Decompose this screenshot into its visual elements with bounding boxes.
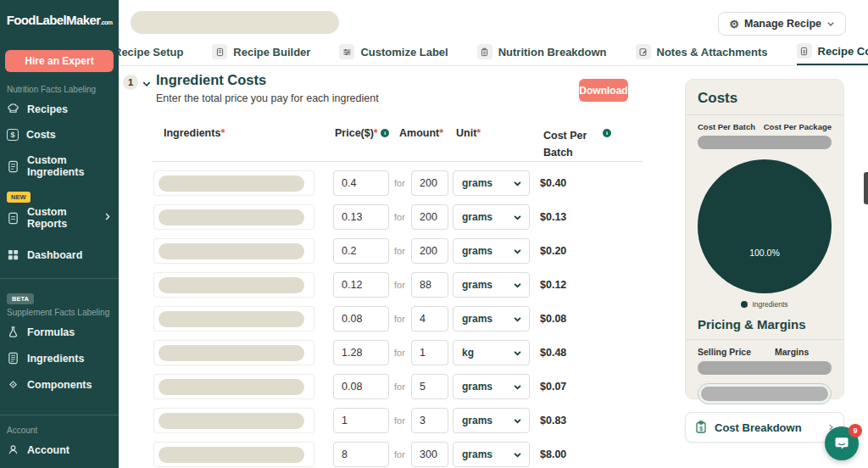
ingredient-name-input[interactable] — [153, 272, 314, 298]
tab-label: Notes & Attachments — [657, 46, 768, 58]
ingredient-name-input[interactable] — [153, 442, 314, 467]
cost-per-batch-value: $0.07 — [540, 381, 566, 393]
tab-recipe-builder[interactable]: Recipe Builder — [212, 38, 310, 65]
page-title: Ingredient Costs — [156, 72, 266, 88]
unit-select[interactable]: grams — [453, 170, 530, 196]
price-input[interactable] — [333, 374, 389, 399]
nutrition-section-label: Nutrition Facts Labeling — [7, 85, 119, 94]
redacted-ingredient-name — [159, 447, 304, 463]
col-header-price: Price($)* i — [335, 127, 389, 139]
amount-input[interactable] — [411, 272, 448, 298]
price-input[interactable] — [333, 442, 389, 467]
svg-text:$: $ — [803, 49, 805, 53]
for-label: for — [394, 246, 405, 256]
chat-unread-badge: 9 — [849, 424, 862, 437]
amount-input[interactable] — [411, 170, 448, 196]
tab-label: Nutrition Breakdown — [498, 46, 607, 58]
recipe-name-redacted[interactable] — [131, 11, 339, 34]
gear-icon: ⚙ — [729, 19, 739, 30]
sidebar: FoodLabelMaker.com Hire an Expert Nutrit… — [0, 0, 119, 468]
person-icon — [7, 443, 19, 456]
chevron-right-icon[interactable] — [103, 212, 112, 224]
amount-input[interactable] — [411, 442, 448, 467]
info-icon[interactable]: i — [381, 129, 389, 137]
tab-customize-label[interactable]: Customize Label — [339, 38, 448, 65]
cost-per-batch-value: $0.20 — [540, 245, 566, 257]
ingredient-name-input[interactable] — [153, 170, 314, 196]
sidebar-item-account[interactable]: Account — [0, 437, 119, 463]
unit-select[interactable]: grams — [453, 238, 530, 264]
cost-per-batch-label[interactable]: Cost Per Batch — [698, 122, 755, 131]
clipboard-icon — [477, 44, 492, 59]
download-button[interactable]: Download — [579, 79, 628, 102]
sidebar-item-components[interactable]: Components — [0, 371, 119, 398]
tab-notes-attachments[interactable]: Notes & Attachments — [636, 38, 768, 65]
unit-value: grams — [462, 448, 513, 460]
sidebar-item-language[interactable]: Language EN — [0, 463, 119, 468]
chevron-down-icon — [513, 348, 522, 358]
scrollbar-thumb[interactable] — [864, 172, 868, 204]
chevron-down-icon — [513, 315, 522, 324]
sidebar-item-custom-ingredients[interactable]: Custom Ingredients — [0, 148, 119, 185]
ingredient-name-input[interactable] — [153, 204, 314, 230]
unit-select[interactable]: grams — [453, 204, 530, 230]
ingredient-name-input[interactable] — [153, 408, 314, 433]
pie-legend: Ingredients — [698, 300, 832, 309]
cost-per-batch-value: $8.00 — [540, 448, 566, 460]
unit-value: grams — [462, 211, 513, 223]
amount-input[interactable] — [411, 238, 448, 264]
ingredient-name-input[interactable] — [153, 238, 314, 264]
info-icon[interactable]: i — [603, 127, 611, 139]
chat-bubble-button[interactable]: 9 — [825, 426, 859, 460]
unit-select[interactable]: grams — [453, 306, 530, 332]
price-input[interactable] — [333, 204, 389, 230]
price-input[interactable] — [333, 306, 389, 332]
ingredient-name-input[interactable] — [153, 306, 314, 332]
sidebar-item-ingredients[interactable]: Ingredients — [0, 345, 119, 371]
sidebar-item-costs[interactable]: $ Costs — [0, 122, 119, 148]
col-header-unit: Unit* — [456, 127, 481, 139]
redacted-ingredient-name — [159, 209, 304, 226]
chevron-down-icon — [513, 382, 522, 392]
unit-select[interactable]: grams — [453, 374, 530, 399]
unit-select[interactable]: kg — [453, 340, 530, 365]
tab-recipe-costing[interactable]: $ Recipe Costing — [797, 38, 868, 65]
manage-recipe-button[interactable]: ⚙ Manage Recipe — [718, 12, 846, 36]
amount-input[interactable] — [411, 204, 448, 230]
price-input[interactable] — [333, 272, 389, 298]
unit-select[interactable]: grams — [453, 442, 530, 467]
selling-price-label: Selling Price — [698, 347, 751, 357]
unit-select[interactable]: grams — [453, 272, 530, 298]
sidebar-item-formulas[interactable]: Formulas — [0, 319, 119, 345]
amount-input[interactable] — [411, 374, 448, 399]
pie-slice-ingredients — [698, 159, 832, 293]
sidebar-item-recipes[interactable]: Recipes — [0, 96, 119, 122]
app-logo[interactable]: FoodLabelMaker.com — [0, 0, 119, 27]
amount-input[interactable] — [411, 340, 448, 365]
cost-breakdown-button[interactable]: $ Cost Breakdown — [685, 412, 844, 443]
report-icon — [7, 212, 19, 225]
amount-input[interactable] — [411, 408, 448, 433]
unit-select[interactable]: grams — [453, 408, 530, 433]
price-input[interactable] — [333, 238, 389, 264]
price-input[interactable] — [333, 170, 389, 196]
for-label: for — [394, 382, 405, 392]
price-input[interactable] — [333, 408, 389, 433]
ingredient-name-input[interactable] — [153, 374, 314, 399]
cost-pie-chart: 100.0% — [698, 159, 832, 293]
sidebar-item-label: Dashboard — [27, 249, 82, 261]
margin-input-redacted[interactable] — [698, 383, 832, 404]
cost-per-package-label[interactable]: Cost Per Package — [764, 122, 832, 131]
account-section-label: Account — [7, 426, 119, 435]
hire-an-expert-button[interactable]: Hire an Expert — [5, 50, 114, 72]
price-input[interactable] — [333, 340, 389, 365]
ingredient-name-input[interactable] — [153, 340, 314, 365]
collapse-chevron-icon[interactable] — [142, 77, 152, 92]
main-content: 1 Ingredient Costs Enter the total price… — [119, 66, 868, 468]
amount-input[interactable] — [411, 306, 448, 332]
sidebar-item-dashboard[interactable]: Dashboard — [0, 242, 119, 268]
tab-nutrition-breakdown[interactable]: Nutrition Breakdown — [477, 38, 607, 65]
sidebar-item-custom-reports[interactable]: Custom Reports — [0, 203, 119, 237]
pie-percent-label: 100.0% — [698, 248, 832, 258]
chevron-down-icon — [513, 179, 522, 188]
